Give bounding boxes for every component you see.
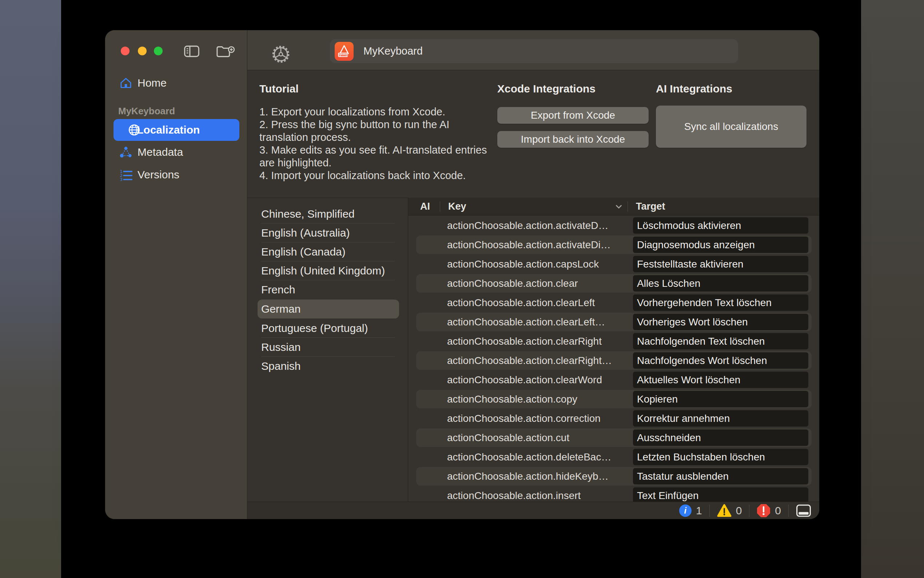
language-list: Chinese, Simplified English (Australia) … <box>248 198 408 502</box>
info-icon: i <box>679 505 691 517</box>
tutorial-step: 4. Import your localizations back into X… <box>259 169 500 182</box>
toolbar: MyKeyboard <box>248 30 819 70</box>
language-item[interactable]: English (Canada) <box>248 242 408 261</box>
wallpaper-right-edge <box>861 0 924 578</box>
import-back-into-xcode-button[interactable]: Import back into Xcode <box>497 131 649 148</box>
sidebar-item-metadata[interactable]: Metadata <box>105 141 248 163</box>
divider <box>788 505 789 517</box>
sidebar-metadata-label: Metadata <box>138 146 183 158</box>
warning-icon <box>717 504 731 517</box>
target-field[interactable]: Vorhergehenden Text löschen <box>633 294 808 311</box>
tutorial-heading: Tutorial <box>259 83 299 95</box>
status-bar: i 1 0 <box>248 502 819 519</box>
language-item[interactable]: French <box>248 280 408 299</box>
target-field[interactable]: Diagnosemodus anzeigen <box>633 237 808 253</box>
error-icon <box>757 504 770 518</box>
target-field[interactable]: Nachfolgenden Text löschen <box>633 333 808 349</box>
app-window: Home MyKeyboard Localization <box>105 30 819 519</box>
language-item[interactable]: Spanish <box>248 357 408 376</box>
table-row[interactable]: actionChoosable.action.capsLockFeststell… <box>408 255 819 274</box>
language-item-selected[interactable]: German <box>257 300 399 318</box>
sidebar-versions-label: Versions <box>138 169 180 181</box>
column-header-key[interactable]: Key <box>448 198 466 216</box>
keyboard-app-icon <box>335 42 354 61</box>
minimize-button[interactable] <box>138 47 147 55</box>
column-divider <box>628 201 628 212</box>
table-row[interactable]: actionChoosable.action.clearLeftVorherge… <box>408 293 819 312</box>
table-body: actionChoosable.action.activateD…Löschmo… <box>408 216 819 502</box>
main-content: Tutorial 1. Export your localizations fr… <box>248 70 819 519</box>
target-field[interactable]: Korrektur annehmen <box>633 410 808 427</box>
zoom-button[interactable] <box>154 47 163 55</box>
target-field[interactable]: Letzten Buchstaben löschen <box>633 449 808 465</box>
target-field[interactable]: Löschmodus aktivieren <box>633 217 808 234</box>
table-row[interactable]: actionChoosable.action.deleteBac…Letzten… <box>408 447 819 467</box>
column-header-target[interactable]: Target <box>636 198 665 216</box>
home-icon <box>114 77 138 89</box>
sidebar-localization-label: Localization <box>137 124 200 136</box>
target-field[interactable]: Feststelltaste aktivieren <box>633 256 808 272</box>
target-field[interactable]: Ausschneiden <box>633 430 808 446</box>
language-item[interactable]: Russian <box>248 338 408 357</box>
table-row[interactable]: actionChoosable.action.clearAlles Lösche… <box>408 274 819 293</box>
target-field[interactable]: Tastatur ausblenden <box>633 468 808 484</box>
table-row[interactable]: actionChoosable.action.hideKeyb…Tastatur… <box>408 467 819 486</box>
target-field[interactable]: Nachfolgendes Wort löschen <box>633 352 808 369</box>
bottom-panel-icon[interactable] <box>796 504 811 517</box>
column-header-ai[interactable]: AI <box>420 198 430 216</box>
language-item[interactable]: English (Australia) <box>248 224 408 242</box>
table-row[interactable]: actionChoosable.action.activateDi…Diagno… <box>408 235 819 255</box>
language-item[interactable]: English (United Kingdom) <box>248 261 408 280</box>
sidebar: Home MyKeyboard Localization <box>105 30 248 519</box>
tutorial-steps: 1. Export your localizations from Xcode.… <box>259 106 500 182</box>
sidebar-toggle-icon[interactable] <box>184 45 200 59</box>
translation-table: AI Key Target actionChoosable.action.act… <box>408 198 819 502</box>
sidebar-item-versions[interactable]: 1 2 3 Versions <box>105 164 248 186</box>
table-row[interactable]: actionChoosable.action.clearLeft…Vorheri… <box>408 312 819 331</box>
target-field[interactable]: Vorheriges Wort löschen <box>633 314 808 330</box>
sidebar-section-label: MyKeyboard <box>118 106 175 117</box>
metadata-graph-icon <box>114 146 138 158</box>
sidebar-item-localization[interactable]: Localization <box>113 119 239 141</box>
tutorial-step: 2. Press the big sync button to run the … <box>259 118 500 144</box>
tutorial-step: 3. Make edits as you see fit. AI-transla… <box>259 144 500 169</box>
xcode-integrations-heading: Xcode Integrations <box>497 83 596 95</box>
table-row[interactable]: actionChoosable.action.cutAusschneiden <box>408 428 819 447</box>
warning-count: 0 <box>736 505 742 517</box>
close-button[interactable] <box>121 47 129 55</box>
sync-all-localizations-button[interactable]: Sync all localizations <box>656 106 806 148</box>
table-row[interactable]: actionChoosable.action.clearRight…Nachfo… <box>408 351 819 370</box>
info-count: 1 <box>696 505 702 517</box>
target-field[interactable]: Aktuelles Wort löschen <box>633 372 808 388</box>
column-divider <box>440 201 440 212</box>
table-row[interactable]: actionChoosable.action.activateD…Löschmo… <box>408 216 819 235</box>
export-from-xcode-button[interactable]: Export from Xcode <box>497 107 649 124</box>
table-row[interactable]: actionChoosable.action.clearWordAktuelle… <box>408 370 819 390</box>
divider <box>749 505 749 517</box>
table-header: AI Key Target <box>408 198 819 216</box>
error-count: 0 <box>775 505 781 517</box>
sidebar-home-label: Home <box>138 77 167 89</box>
ai-integrations-heading: AI Integrations <box>656 83 732 95</box>
table-row[interactable]: actionChoosable.action.insertText Einfüg… <box>408 486 819 502</box>
language-item[interactable]: Portuguese (Portugal) <box>248 319 408 338</box>
wallpaper-left-edge <box>0 0 61 578</box>
table-row[interactable]: actionChoosable.action.correctionKorrekt… <box>408 409 819 428</box>
sidebar-item-home[interactable]: Home <box>105 72 248 94</box>
chevron-down-icon[interactable] <box>614 202 623 213</box>
numbered-list-icon: 1 2 3 <box>114 169 138 181</box>
divider <box>709 505 710 517</box>
svg-text:3: 3 <box>120 177 123 181</box>
target-field[interactable]: Text Einfügen <box>633 487 808 502</box>
target-field[interactable]: Alles Löschen <box>633 275 808 292</box>
table-row[interactable]: actionChoosable.action.clearRightNachfol… <box>408 331 819 351</box>
new-folder-icon[interactable] <box>216 44 235 61</box>
project-title: MyKeyboard <box>363 45 423 57</box>
gear-icon[interactable] <box>271 44 291 66</box>
desktop-background: Home MyKeyboard Localization <box>0 0 924 578</box>
table-row[interactable]: actionChoosable.action.copyKopieren <box>408 390 819 409</box>
language-item[interactable]: Chinese, Simplified <box>248 205 408 224</box>
target-field[interactable]: Kopieren <box>633 391 808 407</box>
tutorial-step: 1. Export your localizations from Xcode. <box>259 106 500 118</box>
project-title-field[interactable]: MyKeyboard <box>330 39 738 63</box>
